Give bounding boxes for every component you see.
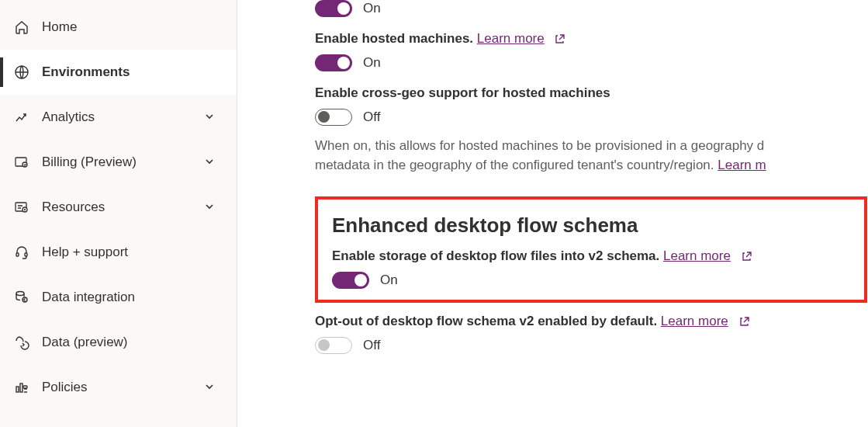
headset-icon [14,245,29,260]
toggle-state-label: On [363,1,381,16]
desc-line: When on, this allows for hosted machines… [315,138,764,153]
analytics-icon [14,109,29,125]
external-link-icon [741,251,752,262]
sidebar-item-home[interactable]: Home [0,5,237,50]
toggle-hosted-machines[interactable] [315,54,352,71]
sidebar-item-label: Data (preview) [42,335,237,350]
sidebar-item-label: Billing (Preview) [42,154,204,170]
toggle-cross-geo[interactable] [315,109,352,126]
external-link-icon [738,316,750,328]
sidebar-item-label: Analytics [42,109,204,125]
svg-rect-10 [20,384,22,392]
sidebar-item-analytics[interactable]: Analytics [0,95,237,140]
sidebar-item-data-preview[interactable]: Data (preview) [0,320,237,365]
setting-block-top: On [315,0,868,17]
sidebar-item-help-support[interactable]: Help + support [0,230,237,275]
enhanced-schema-highlight: Enhanced desktop flow schema Enable stor… [315,196,867,303]
sidebar-item-billing[interactable]: Billing (Preview) [0,140,237,185]
sidebar: Home Environments Analytics Billing (Pre… [0,0,237,427]
data-integration-icon [14,290,29,305]
toggle-enhanced-schema[interactable] [332,272,369,289]
sidebar-item-environments[interactable]: Environments [0,50,237,95]
home-icon [14,19,29,35]
setting-block-opt-out: Opt-out of desktop flow schema v2 enable… [315,314,868,354]
toggle-state-label: Off [363,109,380,125]
svg-point-7 [16,292,24,296]
sidebar-item-label: Help + support [42,245,237,260]
policies-icon [14,380,29,395]
svg-rect-11 [23,386,27,388]
resources-icon [14,200,29,215]
toggle-state-label: On [363,55,381,71]
label-text: Opt-out of desktop flow schema v2 enable… [315,314,661,328]
sidebar-item-label: Policies [42,380,204,395]
setting-label-opt-out: Opt-out of desktop flow schema v2 enable… [315,314,868,329]
cross-geo-description: When on, this allows for hosted machines… [315,137,868,175]
toggle-opt-out [315,337,352,354]
billing-icon [14,154,29,170]
learn-more-link[interactable]: Learn more [663,248,731,263]
sidebar-item-label: Environments [42,64,237,80]
chevron-down-icon [204,156,215,169]
svg-point-8 [22,297,27,302]
setting-label-hosted-machines: Enable hosted machines. Learn more [315,31,868,47]
toggle-top[interactable] [315,0,352,17]
chevron-down-icon [204,381,215,394]
svg-rect-9 [16,387,19,392]
sidebar-item-label: Resources [42,200,204,215]
learn-more-link[interactable]: Learn more [477,31,545,46]
learn-more-link[interactable]: Learn m [718,158,766,172]
main-content: On Enable hosted machines. Learn more On… [237,0,868,427]
setting-block-hosted-machines: Enable hosted machines. Learn more On [315,31,868,71]
sidebar-item-label: Home [42,19,237,35]
toggle-state-label: Off [363,338,380,353]
section-title-enhanced-schema: Enhanced desktop flow schema [332,214,850,238]
setting-block-cross-geo: Enable cross-geo support for hosted mach… [315,85,868,175]
sidebar-item-data-integration[interactable]: Data integration [0,275,237,320]
desc-line: metadata in the geography of the configu… [315,158,718,172]
external-link-icon [554,33,565,45]
setting-label-cross-geo: Enable cross-geo support for hosted mach… [315,85,868,101]
data-preview-icon [14,335,29,350]
chevron-down-icon [204,201,215,214]
label-text: Enable hosted machines. [315,31,477,46]
sidebar-item-policies[interactable]: Policies [0,365,237,410]
svg-rect-6 [25,253,27,256]
chevron-down-icon [204,111,215,124]
svg-rect-5 [16,253,19,256]
setting-label-enhanced-schema: Enable storage of desktop flow files int… [332,248,850,264]
label-text: Enable storage of desktop flow files int… [332,248,663,263]
toggle-state-label: On [380,273,398,288]
globe-icon [14,64,29,80]
sidebar-item-label: Data integration [42,290,237,305]
svg-point-2 [22,162,27,167]
learn-more-link[interactable]: Learn more [661,314,728,328]
sidebar-item-resources[interactable]: Resources [0,185,237,230]
